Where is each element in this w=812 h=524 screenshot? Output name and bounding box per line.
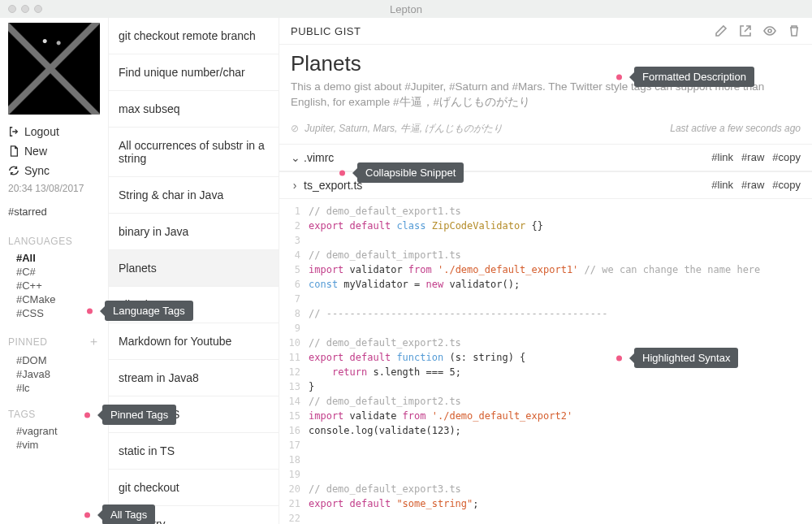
file-action[interactable]: #link	[711, 179, 733, 191]
gist-list-item[interactable]: Planets	[109, 250, 279, 287]
pinned-tag[interactable]: #lc	[16, 382, 100, 394]
logout-button[interactable]: Logout	[8, 123, 100, 141]
code-line: 6const myValidator = new validator();	[279, 277, 812, 292]
add-pinned-button[interactable]: ＋	[88, 334, 101, 349]
line-number: 12	[279, 365, 309, 379]
code-line: 13}	[279, 379, 812, 394]
gist-list-item[interactable]: alias in TS	[109, 287, 279, 323]
code-line: 20// demo_default_export3.ts	[279, 482, 812, 496]
line-number: 20	[279, 482, 309, 496]
file-action[interactable]: #raw	[741, 151, 764, 163]
eye-icon[interactable]	[763, 24, 776, 37]
file-header[interactable]: ›ts_export.ts#link#raw#copy	[279, 171, 812, 199]
languages-list: #All#C##C++#CMake#CSS	[8, 249, 100, 326]
gist-list-item[interactable]: max subseq	[109, 91, 279, 128]
sync-timestamp: 20:34 13/08/2017	[8, 183, 100, 194]
gist-tags-row: ⊘ Jupiter, Saturn, Mars, 牛逼, げんじものがたり La…	[279, 112, 812, 144]
code-line: 5import validator from './demo_default_e…	[279, 262, 812, 277]
sidebar: Logout New Sync 20:34 13/08/2017 #starre…	[0, 18, 108, 524]
line-number: 6	[279, 277, 309, 292]
new-label: New	[24, 145, 47, 158]
gist-tags: Jupiter, Saturn, Mars, 牛逼, げんじものがたり	[304, 123, 503, 134]
line-number: 2	[279, 219, 309, 233]
gist-detail: PUBLIC GIST Planets This a demo gist abo…	[279, 18, 812, 524]
tags-list: #vagrant#vim	[8, 422, 100, 457]
line-number: 1	[279, 204, 309, 219]
new-button[interactable]: New	[8, 142, 100, 160]
gist-list-item[interactable]: Markdown for Youtube	[109, 323, 279, 360]
line-number: 5	[279, 262, 309, 277]
custom-tag[interactable]: #vagrant	[16, 425, 100, 437]
code-line: 3	[279, 233, 812, 248]
open-external-icon[interactable]	[739, 24, 752, 37]
languages-section-title: LANGUAGES	[8, 236, 100, 247]
line-number: 8	[279, 306, 309, 321]
file-icon	[8, 145, 19, 157]
chevron-right-icon: ›	[291, 179, 299, 192]
gist-list-item[interactable]: All occurrences of substr in a string	[109, 128, 279, 177]
file-action[interactable]: #copy	[772, 151, 801, 163]
tags-section-title: TAGS	[8, 409, 100, 420]
file-name: ts_export.ts	[304, 179, 362, 192]
gist-list: git checkout remote branchFind unique nu…	[108, 18, 279, 524]
code-line: 2export default class ZipCodeValidator {…	[279, 219, 812, 233]
file-name: .vimrc	[304, 151, 334, 164]
window-titlebar: Lepton	[0, 0, 812, 18]
gist-list-item[interactable]: export in TS	[109, 396, 279, 433]
sync-button[interactable]: Sync	[8, 162, 100, 180]
code-line: 12 return s.length === 5;	[279, 365, 812, 379]
chevron-down-icon: ⌄	[291, 151, 299, 164]
gist-list-item[interactable]: git checkout	[109, 470, 279, 506]
file-action[interactable]: #raw	[741, 179, 764, 191]
pinned-list: #DOM#Java8#lc	[8, 351, 100, 401]
code-line: 11export default function (s: string) {	[279, 350, 812, 365]
starred-filter[interactable]: #starred	[8, 204, 100, 219]
line-number: 7	[279, 292, 309, 306]
file-action[interactable]: #link	[711, 151, 733, 163]
app-frame: Logout New Sync 20:34 13/08/2017 #starre…	[0, 18, 812, 524]
language-tag[interactable]: #All	[16, 252, 100, 264]
gist-list-item[interactable]: static in TS	[109, 433, 279, 470]
logout-icon	[8, 126, 19, 137]
code-line: 19	[279, 467, 812, 482]
line-number: 22	[279, 511, 309, 524]
gist-description: This a demo gist about #Jupiter, #Saturn…	[279, 78, 812, 112]
trash-icon[interactable]	[788, 24, 801, 37]
gist-list-item[interactable]: stream in Java8	[109, 360, 279, 396]
custom-tag[interactable]: #vim	[16, 439, 100, 451]
pinned-section-title: PINNED ＋	[8, 334, 100, 349]
sync-label: Sync	[24, 164, 50, 177]
file-header[interactable]: ⌄.vimrc#link#raw#copy	[279, 144, 812, 171]
file-action[interactable]: #copy	[772, 179, 801, 191]
code-line: 14// demo_default_import2.ts	[279, 394, 812, 409]
visibility-label: PUBLIC GIST	[291, 25, 361, 37]
code-line: 16console.log(validate(123);	[279, 423, 812, 438]
gist-list-item[interactable]: git checkout remote branch	[109, 18, 279, 54]
language-tag[interactable]: #C++	[16, 279, 100, 292]
svg-point-0	[768, 29, 771, 32]
code-line: 1// demo_default_export1.ts	[279, 204, 812, 219]
line-number: 4	[279, 248, 309, 262]
line-number: 17	[279, 438, 309, 453]
edit-icon[interactable]	[715, 24, 728, 37]
gist-title: Planets	[279, 45, 812, 78]
gist-list-item[interactable]: Find unique number/char	[109, 54, 279, 91]
gist-list-item[interactable]: String & char in Java	[109, 177, 279, 214]
language-tag[interactable]: #CSS	[16, 307, 100, 319]
line-number: 14	[279, 394, 309, 409]
detail-header: PUBLIC GIST	[279, 18, 812, 45]
gist-list-item[interactable]: git cherry	[109, 506, 279, 524]
last-active: Last active a few seconds ago	[670, 123, 801, 134]
line-number: 18	[279, 453, 309, 467]
pinned-tag[interactable]: #Java8	[16, 368, 100, 380]
code-line: 21export default "some_string";	[279, 496, 812, 511]
line-number: 19	[279, 467, 309, 482]
language-tag[interactable]: #CMake	[16, 293, 100, 305]
code-line: 9	[279, 321, 812, 336]
language-tag[interactable]: #C#	[16, 266, 100, 278]
line-number: 13	[279, 379, 309, 394]
gist-list-item[interactable]: binary in Java	[109, 214, 279, 250]
pinned-tag[interactable]: #DOM	[16, 354, 100, 366]
code-line: 22	[279, 511, 812, 524]
avatar[interactable]	[8, 23, 100, 115]
